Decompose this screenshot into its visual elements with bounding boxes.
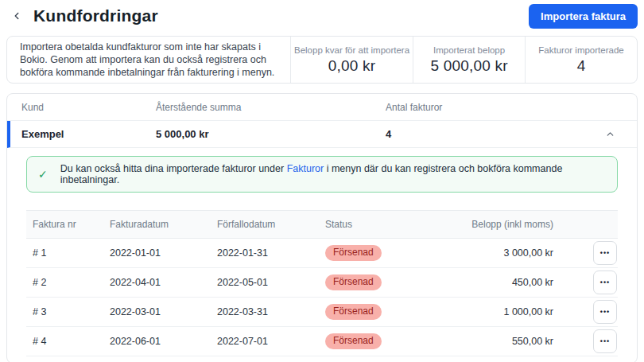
- column-header-amount: Belopp (inkl moms): [444, 219, 553, 230]
- customer-invoice-count: 4: [386, 128, 591, 140]
- chevron-left-icon: [11, 10, 22, 21]
- invoice-date: 2022-06-01: [110, 336, 217, 347]
- column-header-status: Status: [325, 219, 444, 230]
- more-options-button[interactable]: •••: [593, 271, 617, 294]
- invoice-date: 2022-01-01: [110, 247, 217, 259]
- due-date: 2022-03-31: [217, 306, 325, 317]
- customer-remaining-amount: 5 000,00 kr: [156, 128, 386, 140]
- column-header-invoice-number: Faktura nr: [33, 219, 110, 230]
- invoice-date: 2022-04-01: [110, 277, 217, 288]
- top-bar: Kundfordringar Importera faktura: [0, 0, 644, 32]
- summary-description: Importera obetalda kundfakturor som inte…: [7, 37, 290, 83]
- column-header-remaining: Återstående summa: [156, 102, 386, 113]
- receivables-card: Kund Återstående summa Antal fakturor Ex…: [6, 93, 638, 362]
- invoice-number: # 3: [33, 306, 110, 317]
- stat-amount-left: Belopp kvar för att importera 0,00 kr: [290, 37, 413, 83]
- status-badge: Försenad: [325, 304, 382, 321]
- customer-table-header: Kund Återstående summa Antal fakturor: [7, 94, 637, 121]
- customer-row[interactable]: Exempel 5 000,00 kr 4: [7, 121, 637, 148]
- stat-value: 5 000,00 kr: [430, 57, 507, 75]
- chevron-up-icon: [605, 129, 615, 139]
- invoice-amount: 550,00 kr: [444, 336, 553, 347]
- more-options-icon: •••: [600, 249, 610, 257]
- collapse-row-button[interactable]: [591, 129, 629, 139]
- success-banner: ✓ Du kan också hitta dina importerade fa…: [26, 156, 618, 193]
- invoice-amount: 3 000,00 kr: [444, 247, 553, 259]
- stat-invoices-imported: Fakturor importerade 4: [525, 37, 637, 83]
- invoice-row: # 1 2022-01-01 2022-01-31 Försenad 3 000…: [26, 239, 618, 268]
- more-options-button[interactable]: •••: [593, 300, 617, 324]
- customer-name: Exempel: [21, 128, 156, 140]
- summary-card: Importera obetalda kundfakturor som inte…: [6, 36, 638, 84]
- page-title: Kundfordringar: [33, 6, 158, 25]
- back-button[interactable]: [8, 7, 25, 25]
- column-header-invoice-count: Antal fakturor: [386, 102, 591, 113]
- stat-label: Importerat belopp: [433, 45, 505, 55]
- stat-label: Belopp kvar för att importera: [294, 45, 409, 55]
- more-options-icon: •••: [600, 308, 610, 316]
- more-options-icon: •••: [600, 278, 610, 286]
- stat-value: 0,00 kr: [328, 57, 376, 75]
- invoice-row: # 4 2022-06-01 2022-07-01 Försenad 550,0…: [26, 327, 618, 356]
- due-date: 2022-05-01: [217, 277, 325, 288]
- banner-text: Du kan också hitta dina importerade fakt…: [60, 163, 606, 185]
- invoice-number: # 4: [33, 336, 110, 347]
- invoice-number: # 2: [33, 277, 110, 288]
- invoice-table: Faktura nr Fakturadatum Förfallodatum St…: [26, 210, 618, 356]
- column-header-kund: Kund: [21, 102, 156, 113]
- due-date: 2022-01-31: [217, 247, 325, 259]
- check-icon: ✓: [38, 169, 48, 180]
- due-date: 2022-07-01: [217, 336, 325, 347]
- invoice-amount: 450,00 kr: [444, 277, 553, 288]
- column-header-due-date: Förfallodatum: [217, 219, 325, 230]
- column-header-invoice-date: Fakturadatum: [110, 219, 217, 230]
- stat-label: Fakturor importerade: [538, 45, 623, 55]
- import-invoice-button[interactable]: Importera faktura: [529, 4, 638, 29]
- stat-value: 4: [577, 57, 586, 75]
- invoice-table-header: Faktura nr Fakturadatum Förfallodatum St…: [26, 210, 618, 239]
- more-options-icon: •••: [600, 337, 610, 345]
- invoice-row: # 2 2022-04-01 2022-05-01 Försenad 450,0…: [26, 268, 618, 298]
- invoice-row: # 3 2022-03-01 2022-03-31 Försenad 1 000…: [26, 298, 618, 327]
- status-badge: Försenad: [325, 245, 382, 262]
- invoice-amount: 1 000,00 kr: [444, 306, 553, 317]
- banner-text-before: Du kan också hitta dina importerade fakt…: [60, 163, 284, 174]
- expanded-customer-details: ✓ Du kan också hitta dina importerade fa…: [7, 148, 637, 362]
- status-badge: Försenad: [325, 274, 382, 291]
- status-badge: Försenad: [325, 333, 382, 350]
- invoice-number: # 1: [33, 247, 110, 259]
- stat-imported-amount: Importerat belopp 5 000,00 kr: [413, 37, 525, 83]
- more-options-button[interactable]: •••: [593, 329, 617, 353]
- more-options-button[interactable]: •••: [593, 241, 617, 265]
- invoice-date: 2022-03-01: [110, 306, 217, 317]
- fakturor-link[interactable]: Fakturor: [287, 163, 324, 174]
